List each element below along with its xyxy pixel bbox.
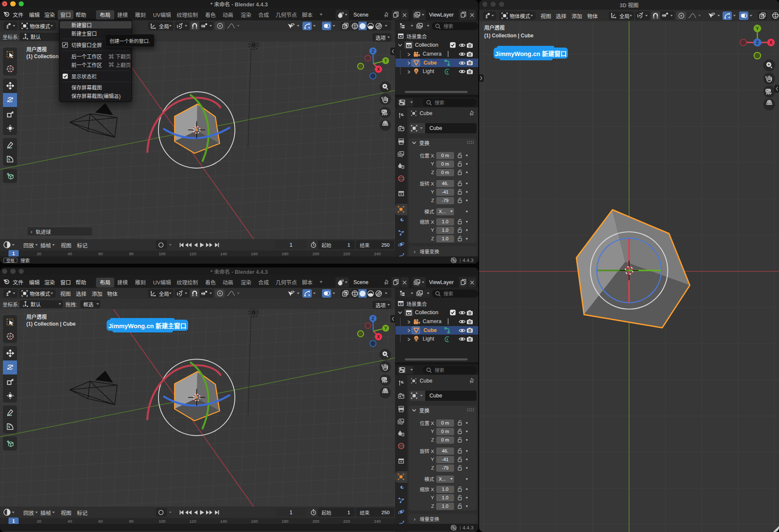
svg-text:Y: Y — [384, 59, 387, 63]
svg-text:Z: Z — [756, 40, 759, 45]
svg-text:Y: Y — [756, 26, 759, 31]
svg-text:X: X — [377, 335, 380, 339]
svg-text:X: X — [377, 67, 380, 72]
svg-text:Y: Y — [384, 326, 387, 331]
svg-text:X: X — [769, 40, 773, 45]
svg-text:Z: Z — [372, 49, 374, 53]
svg-text:Z: Z — [372, 316, 374, 321]
